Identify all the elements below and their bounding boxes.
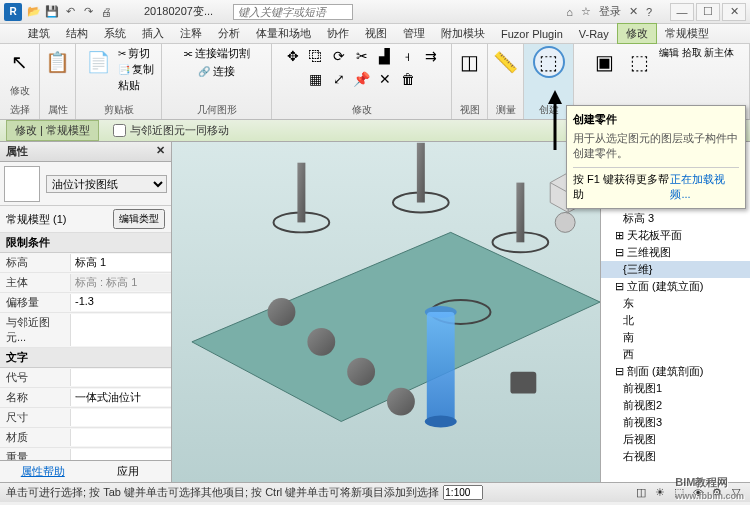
menu-协作[interactable]: 协作	[319, 24, 357, 43]
prop-row[interactable]: 与邻近图元...	[0, 313, 171, 348]
tooltip-desc: 用于从选定图元的图层或子构件中创建零件。	[573, 131, 739, 161]
edit-workplane-icon[interactable]: ▣	[589, 46, 621, 78]
menu-建筑[interactable]: 建筑	[20, 24, 58, 43]
search-input[interactable]	[233, 4, 353, 20]
view-icon[interactable]: ◫	[454, 46, 486, 78]
login-link[interactable]: 登录	[599, 4, 621, 19]
paste-button[interactable]: 粘贴	[118, 78, 155, 93]
prop-row[interactable]: 标高标高 1	[0, 253, 171, 273]
split-icon[interactable]: ✕	[375, 69, 395, 89]
qat-save-icon[interactable]: 💾	[44, 4, 60, 20]
svg-rect-6	[516, 183, 524, 243]
pick-host-icon[interactable]: ⬚	[624, 46, 656, 78]
browser-node[interactable]: ⊞ 天花板平面	[601, 227, 750, 244]
browser-node[interactable]: 南	[601, 329, 750, 346]
maximize-button[interactable]: ☐	[696, 3, 720, 21]
menu-体量和场地[interactable]: 体量和场地	[248, 24, 319, 43]
icon-exchange[interactable]: ✕	[629, 5, 638, 18]
instance-filter[interactable]: 常规模型 (1)	[6, 212, 113, 227]
browser-node[interactable]: ⊟ 三维视图	[601, 244, 750, 261]
browser-node[interactable]: 后视图	[601, 431, 750, 448]
icon-star[interactable]: ☆	[581, 5, 591, 18]
browser-node[interactable]: 前视图3	[601, 414, 750, 431]
browser-node[interactable]: ⊟ 立面 (建筑立面)	[601, 278, 750, 295]
qat-print-icon[interactable]: 🖨	[98, 4, 114, 20]
properties-close-icon[interactable]: ✕	[156, 144, 165, 159]
qat-undo-icon[interactable]: ↶	[62, 4, 78, 20]
menu-系统[interactable]: 系统	[96, 24, 134, 43]
menu-结构[interactable]: 结构	[58, 24, 96, 43]
minimize-button[interactable]: —	[670, 3, 694, 21]
rotate-icon[interactable]: ⟳	[329, 46, 349, 66]
3d-viewport[interactable]	[172, 142, 600, 482]
menu-V-Ray[interactable]: V-Ray	[571, 26, 617, 42]
prop-row[interactable]: 尺寸	[0, 408, 171, 428]
menu-修改[interactable]: 修改	[617, 23, 657, 44]
select-arrow-icon[interactable]: ↖	[4, 46, 36, 78]
type-selector[interactable]: 油位计按图纸	[46, 175, 167, 193]
menu-插入[interactable]: 插入	[134, 24, 172, 43]
create-parts-icon[interactable]: ⬚	[533, 46, 565, 78]
menu-附加模块[interactable]: 附加模块	[433, 24, 493, 43]
browser-node[interactable]: 前视图2	[601, 397, 750, 414]
properties-help-link[interactable]: 属性帮助	[0, 461, 86, 482]
browser-node[interactable]: {三维}	[601, 261, 750, 278]
properties-title: 属性	[6, 144, 28, 159]
status-icon-1[interactable]: ◫	[633, 485, 649, 501]
cut-button[interactable]: ✂ 剪切	[118, 46, 155, 61]
menu-管理[interactable]: 管理	[395, 24, 433, 43]
pin-icon[interactable]: 📌	[352, 69, 372, 89]
menu-常规模型[interactable]: 常规模型	[657, 24, 717, 43]
array-icon[interactable]: ▦	[306, 69, 326, 89]
tooltip-f1: 按 F1 键获得更多帮助	[573, 172, 670, 202]
prop-row[interactable]: 主体标高 : 标高 1	[0, 273, 171, 293]
menu-注释[interactable]: 注释	[172, 24, 210, 43]
browser-node[interactable]: 右视图	[601, 448, 750, 465]
svg-point-9	[307, 328, 335, 356]
selected-gauge[interactable]	[425, 306, 457, 427]
measure-icon[interactable]: 📏	[490, 46, 522, 78]
close-button[interactable]: ✕	[722, 3, 746, 21]
trim-icon[interactable]: ✂	[352, 46, 372, 66]
svg-point-11	[387, 388, 415, 416]
properties-icon[interactable]: 📋	[42, 46, 74, 78]
tooltip-video-link[interactable]: 正在加载视频...	[670, 172, 739, 202]
mirror-icon[interactable]: ▟	[375, 46, 395, 66]
qat-redo-icon[interactable]: ↷	[80, 4, 96, 20]
scale-icon[interactable]: ⤢	[329, 69, 349, 89]
browser-node[interactable]: 标高 3	[601, 210, 750, 227]
delete-icon[interactable]: 🗑	[398, 69, 418, 89]
scale-input[interactable]	[443, 485, 483, 500]
browser-node[interactable]: ⊟ 剖面 (建筑剖面)	[601, 363, 750, 380]
prop-row[interactable]: 材质	[0, 428, 171, 448]
browser-node[interactable]: 北	[601, 312, 750, 329]
copy-button[interactable]: 📑 复制	[118, 62, 155, 77]
svg-point-20	[555, 212, 575, 232]
icon-help[interactable]: ⌂	[566, 6, 573, 18]
qat-open-icon[interactable]: 📂	[26, 4, 42, 20]
status-icon-2[interactable]: ☀	[652, 485, 668, 501]
move-icon[interactable]: ✥	[283, 46, 303, 66]
watermark: BIM教程网 www.fbbim.com	[675, 468, 744, 501]
menu-视图[interactable]: 视图	[357, 24, 395, 43]
paste-icon[interactable]: 📄	[83, 46, 115, 78]
copy2-icon[interactable]: ⿻	[306, 46, 326, 66]
prop-row[interactable]: 偏移量-1.3	[0, 293, 171, 313]
prop-row[interactable]: 名称一体式油位计	[0, 388, 171, 408]
prop-row[interactable]: 代号	[0, 368, 171, 388]
align-icon[interactable]: ⫞	[398, 46, 418, 66]
browser-node[interactable]: 前视图1	[601, 380, 750, 397]
apply-button[interactable]: 应用	[86, 461, 172, 482]
link-button[interactable]: 🔗 连接	[198, 64, 235, 79]
browser-node[interactable]: 西	[601, 346, 750, 363]
menu-Fuzor Plugin[interactable]: Fuzor Plugin	[493, 26, 571, 42]
icon-hint[interactable]: ?	[646, 6, 652, 18]
nav-wheel-icon[interactable]	[555, 212, 575, 232]
join-end-button[interactable]: ⫘ 连接端切割	[183, 46, 251, 61]
menu-分析[interactable]: 分析	[210, 24, 248, 43]
edit-type-button[interactable]: 编辑类型	[113, 209, 165, 229]
offset-icon[interactable]: ⇉	[421, 46, 441, 66]
browser-node[interactable]: 东	[601, 295, 750, 312]
move-with-nearby-checkbox[interactable]	[113, 124, 126, 137]
prop-row[interactable]: 重量	[0, 448, 171, 460]
